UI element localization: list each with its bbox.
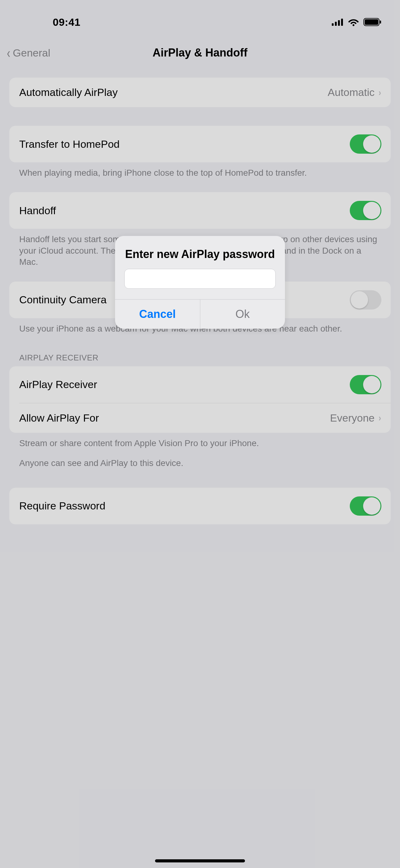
alert-buttons: Cancel Ok: [115, 299, 285, 329]
settings-airplay-screen: 09:41 ‹ General AirPla: [0, 0, 400, 868]
password-input[interactable]: [124, 269, 276, 289]
cancel-button[interactable]: Cancel: [115, 300, 200, 329]
alert-title: Enter new AirPlay password: [115, 236, 285, 269]
modal-dim: [0, 0, 400, 868]
password-alert: Enter new AirPlay password Cancel Ok: [115, 236, 285, 329]
ok-button[interactable]: Ok: [200, 300, 285, 329]
home-indicator: [155, 859, 245, 862]
